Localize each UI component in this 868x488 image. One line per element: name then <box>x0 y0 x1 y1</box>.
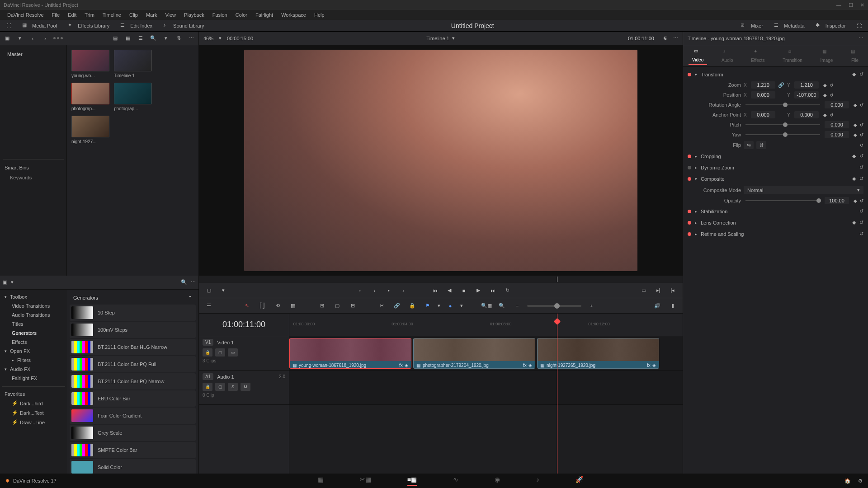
keyframe-icon[interactable]: ◆ <box>852 71 856 77</box>
snap-icon[interactable]: 🔍▦ <box>481 300 492 311</box>
flag-icon[interactable]: ⚑ <box>422 300 433 311</box>
clip-retime-icon[interactable]: ◈ <box>528 363 532 368</box>
fx-item-generators[interactable]: Generators <box>2 328 65 338</box>
stabilization-section[interactable]: ▸Stabilization↺ <box>683 206 868 217</box>
first-frame-button[interactable]: ⏮ <box>429 285 440 296</box>
opacity-slider[interactable] <box>745 200 820 201</box>
reset-icon[interactable]: ↺ <box>860 122 863 127</box>
menu-item[interactable]: File <box>48 11 64 19</box>
keyframe-icon[interactable]: ◆ <box>823 113 827 117</box>
blade-edit-icon[interactable]: ✂ <box>376 300 387 311</box>
yaw-input[interactable]: 0.000 <box>825 131 849 138</box>
chevron-down-icon[interactable]: ▾ <box>11 279 14 285</box>
single-viewer-icon[interactable]: ▭ <box>638 285 649 296</box>
favorite-item[interactable]: ⚡ Dark...hird <box>2 399 65 408</box>
menu-item[interactable]: DaVinci Resolve <box>4 11 47 19</box>
cropping-section[interactable]: ▸Cropping◆↺ <box>683 150 868 162</box>
trim-tool[interactable]: ⎡⎦ <box>257 300 268 311</box>
more-icon[interactable]: ⋯ <box>673 35 678 41</box>
reset-icon[interactable]: ↺ <box>859 231 863 237</box>
clip-retime-icon[interactable]: ◈ <box>405 363 408 368</box>
fx-item[interactable]: ▸Filters <box>2 356 65 365</box>
viewer[interactable] <box>199 45 683 276</box>
anchor-x-input[interactable]: 0.000 <box>751 111 775 118</box>
pos-x-input[interactable]: 0.000 <box>751 91 775 99</box>
chevron-down-icon[interactable]: ▾ <box>460 303 463 309</box>
search-icon[interactable]: 🔍 <box>149 34 158 43</box>
clip-fx-icon[interactable]: fx <box>647 363 651 368</box>
playhead[interactable] <box>557 314 557 474</box>
clip-retime-icon[interactable]: ◈ <box>652 363 656 368</box>
metadata-view-icon[interactable]: ▤ <box>111 34 120 43</box>
lock-track-icon[interactable]: 🔒 <box>203 348 212 357</box>
track-badge[interactable]: A1 <box>203 373 213 380</box>
settings-icon[interactable]: ⚙ <box>858 478 863 484</box>
auto-select-icon[interactable]: ▢ <box>215 383 225 391</box>
tab-audio[interactable]: ♪Audio <box>718 47 737 65</box>
effects-toggle[interactable]: ✦Effects Library <box>65 21 112 30</box>
track-badge[interactable]: V1 <box>203 339 213 346</box>
retime-section[interactable]: ▸Retime and Scaling↺ <box>683 228 868 239</box>
play-reverse-button[interactable]: ◀ <box>444 285 455 296</box>
timeline-clip[interactable]: ▦night-1927265_1920.jpgfx◈ <box>537 338 659 369</box>
menu-item[interactable]: Playback <box>180 11 208 19</box>
disable-track-icon[interactable]: ▭ <box>228 348 238 357</box>
blade-tool[interactable]: ▦ <box>288 300 298 311</box>
media-thumbnail[interactable]: photograp... <box>114 83 152 111</box>
timeline-name[interactable]: Timeline 1 <box>426 36 449 41</box>
collapse-icon[interactable]: ⌃ <box>188 295 192 301</box>
generator-item[interactable]: EBU Color Bar <box>70 390 196 407</box>
solo-icon[interactable]: S <box>228 383 238 391</box>
video-track-header[interactable]: V1Video 1 🔒 ▢ ▭ 3 Clips <box>199 336 289 371</box>
opacity-input[interactable]: 100.00 <box>825 197 849 204</box>
prev-edit-icon[interactable]: ‹ <box>369 285 380 296</box>
media-thumbnail[interactable]: photograp... <box>71 83 109 111</box>
marker-icon[interactable]: • <box>383 285 394 296</box>
chevron-down-icon[interactable]: ▾ <box>161 34 170 43</box>
keyframe-icon[interactable]: ◆ <box>823 93 827 98</box>
flip-v-button[interactable]: ⇵ <box>756 141 766 149</box>
lock-track-icon[interactable]: 🔒 <box>203 383 212 391</box>
menu-item[interactable]: View <box>161 11 179 19</box>
chevron-down-icon[interactable]: ▾ <box>218 285 229 296</box>
timeline-clip[interactable]: ▦photographer-2179204_1920.jpgfx◈ <box>413 338 535 369</box>
chevron-down-icon[interactable]: ▾ <box>15 34 24 43</box>
lock-icon[interactable]: 🔒 <box>407 300 418 311</box>
menu-item[interactable]: Fairlight <box>252 11 277 19</box>
sync-icon[interactable]: ☯ <box>663 35 668 41</box>
generator-item[interactable]: SMPTE Color Bar <box>70 442 196 458</box>
reset-icon[interactable]: ↺ <box>860 143 863 148</box>
composite-mode-select[interactable]: Normal▾ <box>744 186 863 194</box>
match-frame-icon[interactable]: ◦ <box>354 285 365 296</box>
timeline-timecode[interactable]: 01:00:11:00 <box>199 314 289 336</box>
chevron-down-icon[interactable]: ▾ <box>452 35 455 41</box>
search-icon[interactable]: 🔍 <box>181 279 187 285</box>
menu-item[interactable]: Edit <box>64 11 80 19</box>
replace-icon[interactable]: ⊟ <box>347 300 358 311</box>
audio-track[interactable] <box>289 371 683 405</box>
fusion-page[interactable]: ∿ <box>453 476 458 486</box>
chevron-down-icon[interactable]: ▾ <box>438 303 440 309</box>
deliver-page[interactable]: 🚀 <box>576 476 583 486</box>
chevron-down-icon[interactable]: ▾ <box>219 35 222 41</box>
keyframe-icon[interactable]: ◆ <box>854 103 857 108</box>
scrub-bar[interactable] <box>199 276 683 283</box>
video-track[interactable]: ▦young-woman-1867618_1920.jpgfx◈▦photogr… <box>289 336 683 371</box>
generator-item[interactable]: Four Color Gradient <box>70 408 196 424</box>
timeline-view-icon[interactable]: ☰ <box>203 300 214 311</box>
inspector-toggle[interactable]: ✱Inspector <box>813 21 849 30</box>
reset-icon[interactable]: ↺ <box>859 208 863 214</box>
fx-item[interactable]: Audio Transitions <box>2 310 65 319</box>
favorite-item[interactable]: ⚡ Draw...Line <box>2 418 65 427</box>
meters-icon[interactable]: ▮ <box>667 300 678 311</box>
generator-item[interactable]: Solid Color <box>70 459 196 474</box>
out-icon[interactable]: ▸| <box>653 285 664 296</box>
insert-icon[interactable]: ⊞ <box>316 300 327 311</box>
layout-icon[interactable]: ▣ <box>3 279 7 285</box>
edit-page[interactable]: ≡▦ <box>407 476 417 486</box>
tab-file[interactable]: ▤File <box>847 47 863 65</box>
play-button[interactable]: ▶ <box>473 285 484 296</box>
loop-button[interactable]: ↻ <box>502 285 513 296</box>
dynzoom-section[interactable]: ▸Dynamic Zoom↺ <box>683 162 868 173</box>
menu-item[interactable]: Workspace <box>278 11 310 19</box>
